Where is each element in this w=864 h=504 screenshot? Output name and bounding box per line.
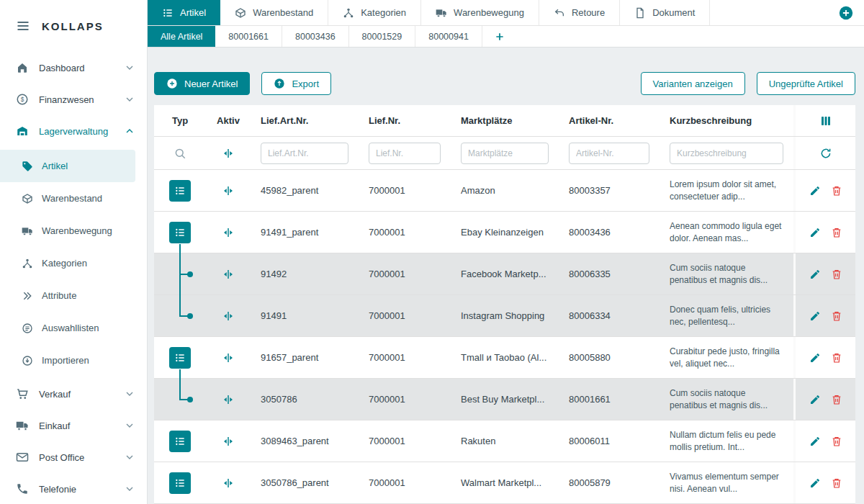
- subtab-article[interactable]: 80003436: [282, 26, 349, 47]
- cell-lief-nr: 7000001: [359, 394, 451, 405]
- delete-button[interactable]: [829, 392, 844, 407]
- sidebar-item-label: Dashboard: [39, 63, 85, 73]
- tab-label: Kategorien: [361, 7, 406, 18]
- cell-lief-nr: 7000001: [359, 352, 451, 363]
- active-status-toggle[interactable]: [220, 183, 236, 199]
- delete-button[interactable]: [829, 434, 844, 449]
- sidebar-item-lagerverwaltung[interactable]: Lagerverwaltung: [0, 115, 147, 147]
- unchecked-articles-button[interactable]: Ungeprüfte Artikel: [757, 72, 855, 95]
- add-article-tab-button[interactable]: [482, 26, 517, 47]
- tab-artikel[interactable]: Artikel: [148, 0, 220, 25]
- column-settings-button[interactable]: [818, 113, 834, 129]
- expand-children-button[interactable]: [169, 222, 191, 243]
- aktiv-filter-toggle[interactable]: [220, 145, 236, 161]
- filter-kurzbeschreibung-input[interactable]: [670, 143, 783, 164]
- home-icon: [16, 61, 29, 74]
- edit-button[interactable]: [808, 267, 822, 282]
- sidebar-sublist-lagerverwaltung: Artikel Warenbestand Warenbewegung Kateg…: [0, 147, 147, 378]
- cell-kurzbeschreibung: Aenean commodo ligula eget dolor. Aenean…: [660, 220, 793, 243]
- edit-button[interactable]: [808, 392, 822, 407]
- pencil-icon: [809, 185, 821, 197]
- columns-icon: [819, 114, 832, 127]
- delete-button[interactable]: [829, 309, 844, 323]
- cell-marktplaetze: Best Buy Marketpl...: [451, 394, 559, 405]
- sidebar-item-telefonie[interactable]: Telefonie: [0, 473, 147, 504]
- sidebar-item-finanzwesen[interactable]: Finanzwesen: [0, 84, 147, 115]
- active-status-toggle[interactable]: [220, 392, 236, 408]
- export-button[interactable]: Export: [261, 72, 331, 95]
- table-filter-row: [154, 137, 855, 170]
- sidebar-item-einkauf[interactable]: Einkauf: [0, 410, 147, 441]
- expand-children-button[interactable]: [169, 472, 191, 494]
- subtab-label: 80003436: [295, 32, 336, 42]
- filter-lief-art-nr-input[interactable]: [261, 143, 348, 164]
- cell-lief-nr: 7000001: [359, 436, 451, 446]
- expand-children-button[interactable]: [169, 431, 191, 452]
- active-status-toggle[interactable]: [220, 308, 236, 324]
- filter-lief-nr-input[interactable]: [369, 143, 441, 164]
- sidebar-item-warenbewegung[interactable]: Warenbewegung: [0, 215, 147, 247]
- tab-warenbewegung[interactable]: Warenbewegung: [421, 0, 539, 25]
- sidebar-item-label: Verkauf: [39, 389, 71, 400]
- expand-children-button[interactable]: [169, 347, 191, 369]
- edit-button[interactable]: [808, 476, 822, 490]
- list-icon: [174, 352, 186, 364]
- refresh-button[interactable]: [818, 145, 834, 161]
- refresh-icon: [819, 147, 832, 160]
- tree-connector: [179, 378, 181, 400]
- delete-button[interactable]: [829, 476, 844, 490]
- edit-button[interactable]: [808, 351, 822, 365]
- sidebar-subitem-label: Warenbewegung: [42, 225, 112, 236]
- sidebar-item-dashboard[interactable]: Dashboard: [0, 52, 147, 84]
- sidebar-item-verkauf[interactable]: Verkauf: [0, 378, 147, 410]
- active-status-icon: [222, 310, 235, 323]
- button-label: Export: [292, 78, 319, 89]
- new-article-button[interactable]: Neuer Artikel: [154, 72, 250, 95]
- sidebar-item-attribute[interactable]: Attribute: [0, 279, 147, 312]
- delete-button[interactable]: [829, 267, 844, 282]
- trash-icon: [831, 310, 842, 322]
- sidebar-item-importieren[interactable]: Importieren: [0, 344, 147, 377]
- active-status-toggle[interactable]: [220, 225, 236, 240]
- list-icon: [174, 185, 186, 197]
- active-status-toggle[interactable]: [220, 433, 236, 449]
- active-status-toggle[interactable]: [220, 266, 236, 282]
- sidebar-subitem-label: Auswahllisten: [42, 323, 99, 333]
- add-module-tab-button[interactable]: [837, 4, 855, 22]
- delete-button[interactable]: [829, 184, 844, 198]
- sidebar-item-kategorien[interactable]: Kategorien: [0, 247, 147, 279]
- sidebar-item-post-office[interactable]: Post Office: [0, 441, 147, 473]
- filter-marktplaetze-input[interactable]: [461, 143, 549, 164]
- edit-button[interactable]: [808, 225, 822, 240]
- tab-warenbestand[interactable]: Warenbestand: [220, 0, 328, 25]
- tab-kategorien[interactable]: Kategorien: [328, 0, 421, 25]
- table-header-row: Typ Aktiv Lief.Art.Nr. Lief.Nr. Marktplä…: [154, 105, 855, 137]
- tab-retoure[interactable]: Retoure: [539, 0, 620, 25]
- sidebar-item-auswahllisten[interactable]: Auswahllisten: [0, 312, 147, 344]
- menu-toggle-button[interactable]: [14, 17, 32, 35]
- active-status-toggle[interactable]: [220, 475, 236, 491]
- phone-icon: [16, 482, 29, 495]
- edit-button[interactable]: [808, 434, 822, 449]
- subtab-article[interactable]: 80000941: [415, 26, 482, 47]
- edit-button[interactable]: [808, 309, 822, 323]
- main-area: Artikel Warenbestand Kategorien Warenbew…: [148, 0, 864, 504]
- sidebar-item-artikel[interactable]: Artikel: [0, 150, 135, 182]
- sidebar-item-warenbestand[interactable]: Warenbestand: [0, 182, 147, 215]
- delete-button[interactable]: [829, 225, 844, 240]
- cell-lief-nr: 7000001: [359, 185, 451, 196]
- list-icon: [174, 227, 186, 238]
- subtab-article[interactable]: 80001529: [349, 26, 416, 47]
- subtab-article[interactable]: 80001661: [215, 26, 282, 47]
- expand-children-button[interactable]: [169, 180, 191, 202]
- active-status-toggle[interactable]: [220, 350, 236, 366]
- edit-button[interactable]: [808, 184, 822, 198]
- subtab-alle-artikel[interactable]: Alle Artikel: [148, 26, 215, 47]
- tab-dokument[interactable]: Dokument: [620, 0, 710, 25]
- delete-button[interactable]: [829, 351, 844, 365]
- return-icon: [554, 7, 565, 19]
- trash-icon: [831, 436, 842, 447]
- filter-artikel-nr-input[interactable]: [569, 143, 649, 164]
- truck-icon: [436, 7, 447, 19]
- show-variants-button[interactable]: Varianten anzeigen: [641, 72, 745, 95]
